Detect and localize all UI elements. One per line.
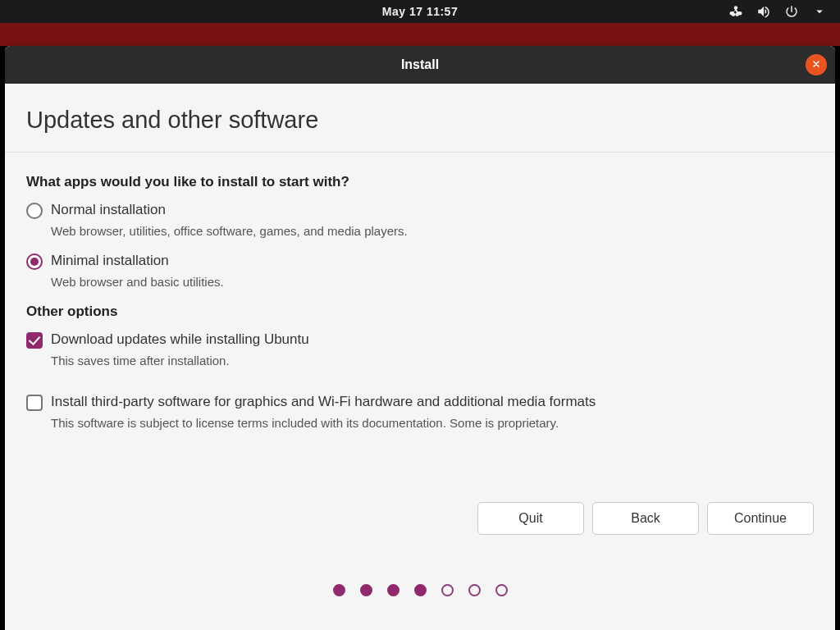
progress-dot <box>495 584 508 596</box>
page-header: Updates and other software <box>5 84 835 153</box>
radio-minimal-installation[interactable]: Minimal installation <box>26 253 814 270</box>
back-button[interactable]: Back <box>592 502 699 535</box>
power-icon <box>784 4 799 19</box>
continue-button[interactable]: Continue <box>707 502 814 535</box>
window-titlebar: Install <box>5 46 835 84</box>
checkbox-label-third-party: Install third-party software for graphic… <box>51 394 596 410</box>
checkbox-download-updates[interactable]: Download updates while installing Ubuntu <box>26 331 814 349</box>
topbar-status-area[interactable] <box>728 0 827 23</box>
progress-dot <box>441 584 454 596</box>
install-type-heading: What apps would you like to install to s… <box>26 174 814 190</box>
radio-input-normal[interactable] <box>26 203 43 219</box>
network-icon <box>728 4 743 19</box>
progress-indicator <box>5 535 835 613</box>
radio-input-minimal[interactable] <box>26 253 43 270</box>
radio-normal-installation[interactable]: Normal installation <box>26 202 814 219</box>
installer-window: Install Updates and other software What … <box>5 46 835 630</box>
checkbox-desc-download-updates: This saves time after installation. <box>51 354 814 368</box>
desktop-background-strip <box>0 23 840 46</box>
radio-desc-normal: Web browser, utilities, office software,… <box>51 224 814 238</box>
topbar-datetime: May 17 11:57 <box>382 5 458 18</box>
checkbox-label-download-updates: Download updates while installing Ubuntu <box>51 331 309 348</box>
page-title: Updates and other software <box>26 107 814 134</box>
checkbox-input-third-party[interactable] <box>26 395 43 411</box>
close-icon <box>811 57 821 72</box>
progress-dot <box>333 584 345 596</box>
volume-icon <box>756 4 771 19</box>
progress-dot <box>387 584 399 596</box>
other-options-heading: Other options <box>26 304 814 320</box>
checkbox-third-party[interactable]: Install third-party software for graphic… <box>26 394 814 411</box>
navigation-buttons: Quit Back Continue <box>5 477 835 535</box>
progress-dot <box>468 584 481 596</box>
close-button[interactable] <box>806 54 827 75</box>
checkbox-input-download-updates[interactable] <box>26 332 43 349</box>
progress-dot <box>414 584 427 596</box>
progress-dot <box>360 584 372 596</box>
chevron-down-icon <box>812 4 827 19</box>
gnome-topbar: May 17 11:57 <box>0 0 840 23</box>
radio-desc-minimal: Web browser and basic utilities. <box>51 275 814 289</box>
checkbox-desc-third-party: This software is subject to license term… <box>51 416 814 430</box>
window-title: Install <box>401 57 439 72</box>
quit-button[interactable]: Quit <box>477 502 584 535</box>
radio-label-normal: Normal installation <box>51 202 166 218</box>
radio-label-minimal: Minimal installation <box>51 253 169 269</box>
